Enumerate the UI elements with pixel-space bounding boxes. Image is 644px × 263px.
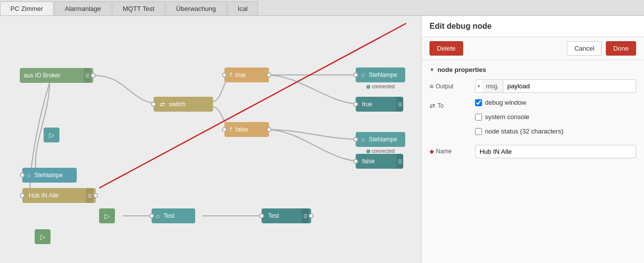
debug-window-row: debug window (475, 99, 526, 106)
node-port-left[interactable] (151, 102, 156, 107)
node-menu-icon[interactable]: ☰ (302, 208, 309, 223)
to-icon: ⇄ (429, 102, 435, 110)
main-area: aus IO Broker ☰ ▷ ⇄ switch f true f fals… (0, 16, 644, 263)
node-port-right[interactable] (267, 72, 271, 77)
panel-section: ▼ node properties ≡ Output ▾ msg. (422, 60, 644, 170)
node-small-inject[interactable]: ▷ (44, 128, 59, 142)
node-test-out[interactable]: Test ☰ (262, 208, 311, 223)
node-port-left[interactable] (149, 213, 154, 218)
tab-ical[interactable]: Ical (227, 1, 258, 15)
node-port-left[interactable] (20, 173, 25, 178)
node-false-out[interactable]: false ☰ (356, 154, 403, 169)
node-status-checkbox[interactable] (475, 128, 482, 135)
to-control: debug window system console node status … (475, 99, 636, 139)
node-port-left[interactable] (20, 193, 25, 198)
name-row: ◆ Name (429, 145, 636, 158)
node-label: aus IO Broker (20, 72, 84, 79)
node-port-left[interactable] (222, 127, 227, 132)
node-status: connected (366, 148, 394, 154)
node-label: switch (165, 101, 213, 108)
node-label: false (231, 126, 267, 133)
tab-mqtt-test[interactable]: MQTT Test (112, 1, 165, 15)
chevron-icon: ▼ (429, 67, 434, 72)
node-true-func[interactable]: f true (224, 67, 269, 82)
node-inject-bottom[interactable]: ▷ (99, 208, 115, 223)
node-label: Test (160, 212, 195, 219)
node-aus-io-broker[interactable]: aus IO Broker ☰ (20, 68, 93, 83)
node-port-left[interactable] (259, 213, 264, 218)
node-port-left[interactable] (353, 159, 358, 164)
node-hub-in-alle[interactable]: Hub IN Alle ☰ (22, 188, 96, 203)
node-menu-icon[interactable]: ☰ (84, 68, 91, 83)
delete-button[interactable]: Delete (429, 41, 463, 56)
node-label: Stehlampe (365, 71, 405, 78)
tab-pc-zimmer[interactable]: PC Zimmer (0, 1, 54, 15)
node-stehlampe-left[interactable]: ⌂ Stehlampe (22, 168, 77, 183)
name-input[interactable] (475, 145, 636, 158)
panel-toolbar: Delete Cancel Done (422, 37, 644, 60)
system-console-row: system console (475, 113, 530, 121)
node-menu-icon[interactable]: ☰ (396, 97, 403, 112)
node-label: Stehlampe (365, 136, 405, 143)
node-port-left[interactable] (222, 72, 227, 77)
node-inject-left-bottom[interactable]: ▷ (35, 229, 51, 244)
tab-alarmanlage[interactable]: Alarmanlage (54, 1, 111, 15)
name-label: ◆ Name (429, 145, 469, 155)
node-port-right[interactable] (91, 73, 96, 78)
node-port-left[interactable] (353, 72, 358, 77)
output-control[interactable]: ▾ msg. (475, 79, 636, 93)
node-status: connected (366, 84, 394, 89)
node-port-left[interactable] (353, 102, 358, 107)
node-port-right[interactable] (267, 127, 271, 132)
node-test[interactable]: ⌂ Test (152, 208, 195, 223)
output-label: ≡ Output (429, 79, 469, 90)
output-row: ≡ Output ▾ msg. (429, 79, 636, 93)
node-label: Hub IN Alle (25, 192, 86, 199)
panel-header: Edit debug node (422, 16, 644, 37)
done-button[interactable]: Done (606, 41, 636, 56)
node-port-right[interactable] (309, 213, 314, 218)
debug-window-checkbox[interactable] (475, 99, 482, 106)
tab-uberwachung[interactable]: Überwachung (166, 1, 226, 15)
system-console-checkbox[interactable] (475, 114, 482, 121)
node-switch[interactable]: ⇄ switch (154, 97, 213, 112)
node-status-row: node status (32 characters) (475, 128, 563, 135)
name-icon: ◆ (429, 148, 434, 155)
right-panel: Edit debug node Delete Cancel Done ▼ nod… (421, 16, 644, 263)
node-port-right[interactable] (93, 193, 98, 198)
canvas[interactable]: aus IO Broker ☰ ▷ ⇄ switch f true f fals… (0, 16, 421, 263)
node-label: Stehlampe (30, 172, 77, 179)
name-control[interactable] (475, 145, 636, 158)
to-label: ⇄ To (429, 99, 469, 110)
node-label: true (231, 71, 267, 78)
tab-bar: PC Zimmer Alarmanlage MQTT Test Überwach… (0, 0, 644, 16)
output-icon: ≡ (429, 82, 433, 90)
node-false-func[interactable]: f false (224, 122, 269, 137)
dropdown-arrow[interactable]: ▾ (476, 81, 482, 91)
node-menu-icon[interactable]: ☰ (396, 154, 403, 169)
output-value-input[interactable] (503, 80, 636, 92)
node-label: false (358, 158, 396, 165)
node-stehlampe-bot[interactable]: ⌂ Stehlampe connected (356, 132, 405, 147)
section-header[interactable]: ▼ node properties (429, 66, 636, 73)
node-menu-icon[interactable]: ☰ (86, 188, 93, 203)
node-label: true (358, 101, 396, 108)
output-input[interactable]: ▾ msg. (475, 79, 636, 93)
node-label: Test (264, 212, 302, 219)
node-stehlampe-top[interactable]: ⌂ Stehlampe connected (356, 67, 405, 82)
output-prefix: msg. (482, 80, 503, 92)
cancel-button[interactable]: Cancel (567, 41, 601, 56)
to-row: ⇄ To debug window system console node st… (429, 99, 636, 139)
node-true-out[interactable]: true ☰ (356, 97, 403, 112)
node-port-left[interactable] (353, 137, 358, 142)
